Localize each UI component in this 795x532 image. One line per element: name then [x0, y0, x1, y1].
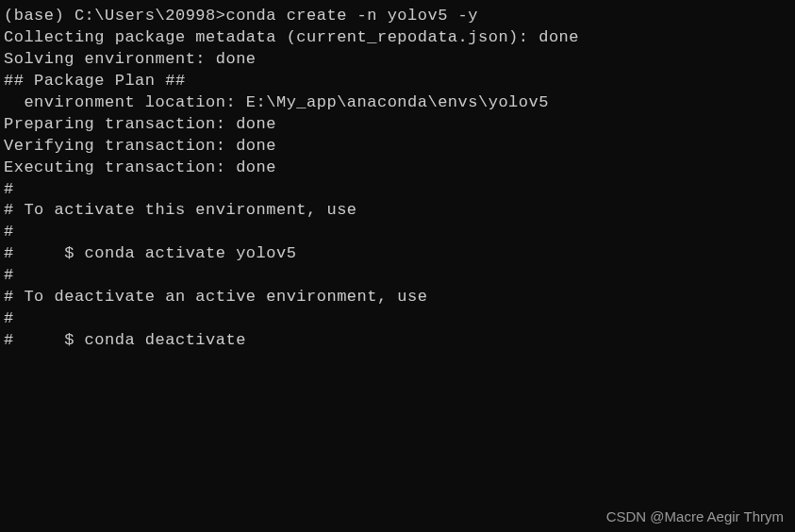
- output-verifying: Verifying transaction: done: [4, 136, 791, 158]
- output-hash: #: [4, 308, 791, 330]
- prompt-command: conda create -n yolov5 -y: [225, 7, 478, 25]
- prompt-prefix: (base) C:\Users\20998>: [4, 7, 225, 25]
- output-preparing: Preparing transaction: done: [4, 114, 791, 136]
- output-env-location: environment location: E:\My_app\anaconda…: [4, 92, 791, 114]
- output-heading: ## Package Plan ##: [4, 71, 791, 92]
- prompt-line[interactable]: (base) C:\Users\20998>conda create -n yo…: [4, 6, 791, 27]
- output-executing: Executing transaction: done: [4, 158, 791, 179]
- output-hash: #: [4, 265, 791, 287]
- output-deactivate-msg: # To deactivate an active environment, u…: [4, 287, 791, 308]
- output-deactivate-cmd: # $ conda deactivate: [4, 330, 791, 352]
- output-solving: Solving environment: done: [4, 49, 791, 71]
- output-activate-msg: # To activate this environment, use: [4, 200, 791, 222]
- output-hash: #: [4, 179, 791, 201]
- output-hash: #: [4, 222, 791, 243]
- watermark-text: CSDN @Macre Aegir Thrym: [606, 507, 784, 526]
- output-collecting: Collecting package metadata (current_rep…: [4, 27, 791, 49]
- output-activate-cmd: # $ conda activate yolov5: [4, 243, 791, 265]
